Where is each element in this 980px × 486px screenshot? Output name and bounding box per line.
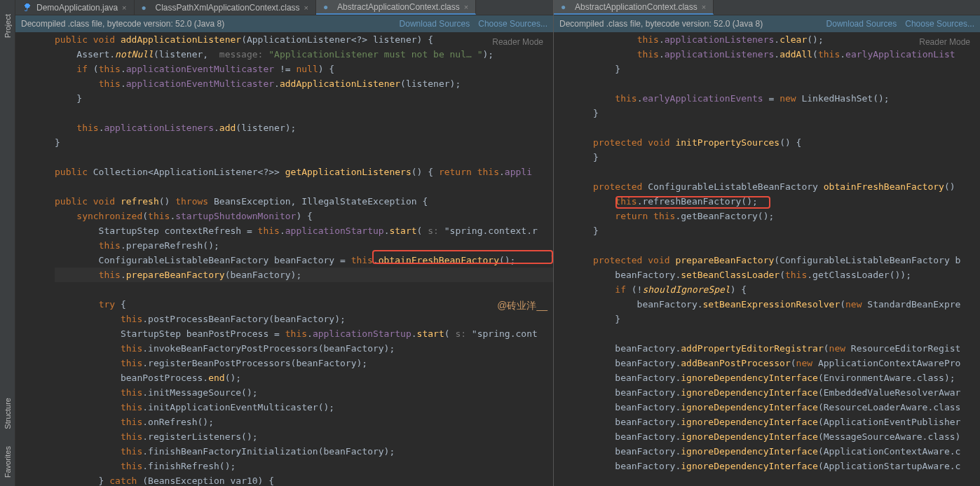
favorites-tool[interactable]: Favorites <box>4 446 12 478</box>
tab-abstract-application-context-left[interactable]: AbstractApplicationContext.class × <box>316 0 476 15</box>
code-content-right[interactable]: this.applicationListeners.clear(); this.… <box>558 32 980 473</box>
reader-mode-label[interactable]: Reader Mode <box>492 35 543 50</box>
tab-label: AbstractApplicationContext.class <box>337 2 460 12</box>
left-editor-pane: DemoApplication.java × ClassPathXmlAppli… <box>15 0 554 486</box>
structure-tool[interactable]: Structure <box>4 398 12 429</box>
editor-tabs-left: DemoApplication.java × ClassPathXmlAppli… <box>15 0 553 15</box>
project-tool[interactable]: Project <box>4 14 12 38</box>
class-file-icon <box>561 2 571 12</box>
editor-tabs-right: AbstractApplicationContext.class × <box>554 0 980 15</box>
watermark-text: @砖业洋__ <box>497 298 547 313</box>
right-editor[interactable]: Reader Mode this.applicationListeners.cl… <box>554 32 980 486</box>
decompiled-message: Decompiled .class file, bytecode version… <box>559 19 763 29</box>
tab-label: ClassPathXmlApplicationContext.class <box>156 3 300 13</box>
tab-label: AbstractApplicationContext.class <box>575 2 697 12</box>
download-sources-link[interactable]: Download Sources <box>400 19 470 29</box>
left-editor[interactable]: Reader Mode @砖业洋__ public void addApplic… <box>15 32 553 486</box>
close-icon[interactable]: × <box>702 3 706 11</box>
tool-window-bar: Project Structure Favorites <box>0 0 15 486</box>
choose-sources-link[interactable]: Choose Sources... <box>905 19 974 29</box>
tab-demo-application[interactable]: DemoApplication.java × <box>15 0 135 15</box>
class-file-icon <box>323 2 333 12</box>
tab-classpath-xml[interactable]: ClassPathXmlApplicationContext.class × <box>135 0 317 15</box>
decompiled-info-bar: Decompiled .class file, bytecode version… <box>15 15 553 32</box>
close-icon[interactable]: × <box>304 4 308 12</box>
close-icon[interactable]: × <box>122 4 126 12</box>
java-file-icon <box>22 3 32 13</box>
download-sources-link[interactable]: Download Sources <box>826 19 897 29</box>
tab-abstract-application-context-right[interactable]: AbstractApplicationContext.class × <box>554 0 714 15</box>
decompiled-message: Decompiled .class file, bytecode version… <box>21 19 224 29</box>
right-editor-pane: AbstractApplicationContext.class × Decom… <box>554 0 980 486</box>
choose-sources-link[interactable]: Choose Sources... <box>478 19 547 29</box>
class-file-icon <box>142 3 151 13</box>
close-icon[interactable]: × <box>464 3 468 11</box>
reader-mode-label[interactable]: Reader Mode <box>919 35 970 50</box>
decompiled-info-bar-right: Decompiled .class file, bytecode version… <box>554 15 980 32</box>
tab-label: DemoApplication.java <box>36 3 118 13</box>
code-content-left[interactable]: public void addApplicationListener(Appli… <box>20 32 553 486</box>
